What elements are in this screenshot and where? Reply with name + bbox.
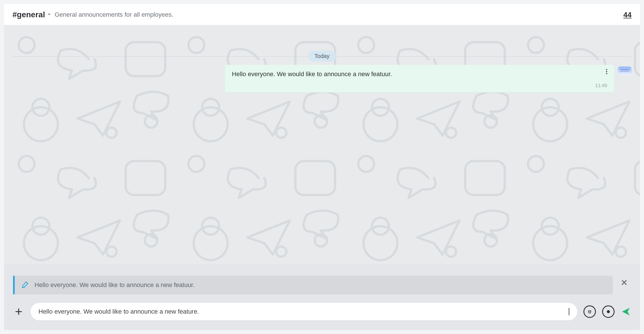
svg-point-2 <box>606 73 607 74</box>
pencil-edit-icon <box>21 280 29 290</box>
message-row: Hello everyone. We would like to announc… <box>4 65 640 93</box>
svg-point-5 <box>607 310 610 313</box>
message-bubble[interactable]: Hello everyone. We would like to announc… <box>225 65 615 93</box>
member-count-button[interactable]: 44 <box>623 10 632 19</box>
date-label: Today <box>308 51 336 62</box>
record-button[interactable] <box>602 305 615 318</box>
cancel-edit-button[interactable] <box>617 276 631 289</box>
avatar[interactable] <box>618 67 632 75</box>
message-actions-button[interactable] <box>603 68 610 75</box>
svg-point-1 <box>606 71 607 72</box>
message-input[interactable]: Hello everyone. We would like to announc… <box>38 308 569 315</box>
attach-button[interactable] <box>13 306 24 317</box>
send-button[interactable] <box>621 307 631 317</box>
svg-point-4 <box>590 311 591 311</box>
message-text: Hello everyone. We would like to announc… <box>232 70 607 78</box>
message-input-wrap[interactable]: Hello everyone. We would like to announc… <box>31 303 577 320</box>
message-time: 11:49 <box>232 83 607 89</box>
channel-topic: General announcements for all employees. <box>55 11 173 18</box>
message-list[interactable]: Today Hello everyone. We would like to a… <box>4 25 640 264</box>
date-divider: Today <box>4 51 640 62</box>
svg-point-3 <box>589 311 589 311</box>
edit-preview: Hello everyone. We would like to announc… <box>13 276 631 294</box>
chevron-down-icon <box>47 12 51 17</box>
text-caret <box>569 308 569 315</box>
channel-header: #general General announcements for all e… <box>4 4 640 25</box>
emoji-button[interactable] <box>583 305 596 318</box>
edit-preview-text: Hello everyone. We would like to announc… <box>35 281 195 289</box>
channel-title-button[interactable]: #general <box>12 10 51 19</box>
svg-point-0 <box>606 69 607 70</box>
composer-area: Hello everyone. We would like to announc… <box>4 264 640 330</box>
channel-name: #general <box>12 10 45 19</box>
